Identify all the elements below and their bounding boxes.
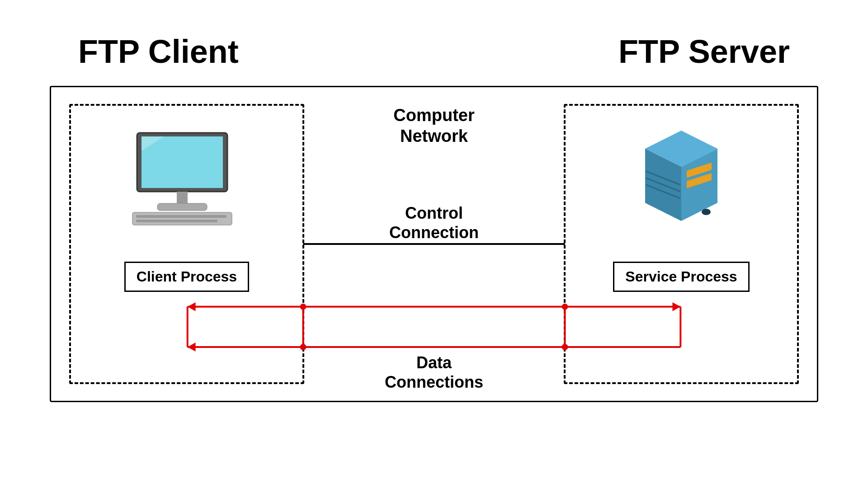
center-area: ComputerNetwork ControlConnection DataCo… <box>322 87 546 401</box>
svg-rect-1 <box>142 136 223 188</box>
network-label: ComputerNetwork <box>393 105 474 146</box>
server-inner-box: Service Process <box>564 104 799 384</box>
ftp-server-label: FTP Server <box>618 33 790 70</box>
diagram-container: FTP Client FTP Server <box>27 41 841 447</box>
data-connections-label: DataConnections <box>385 353 483 392</box>
svg-rect-6 <box>136 215 226 218</box>
computer-icon-area <box>123 124 250 232</box>
svg-rect-4 <box>157 203 207 211</box>
svg-rect-7 <box>136 220 217 222</box>
control-label-text: ControlConnection <box>389 204 479 242</box>
network-label-text: ComputerNetwork <box>393 106 474 145</box>
ftp-client-label: FTP Client <box>78 33 239 70</box>
main-box: FTP Client FTP Server <box>50 86 818 402</box>
service-process-label: Service Process <box>625 268 737 285</box>
svg-rect-5 <box>132 212 232 225</box>
service-process-box: Service Process <box>613 262 749 292</box>
computer-icon <box>128 128 245 228</box>
client-process-box: Client Process <box>124 262 249 292</box>
svg-point-13 <box>702 209 711 215</box>
client-process-label: Client Process <box>137 268 237 285</box>
server-icon <box>636 126 726 230</box>
svg-rect-3 <box>177 192 188 204</box>
control-connection-label: ControlConnection <box>389 203 479 242</box>
data-label-text: DataConnections <box>385 353 483 391</box>
client-inner-box: Client Process <box>69 104 304 384</box>
server-icon-area <box>618 124 745 232</box>
